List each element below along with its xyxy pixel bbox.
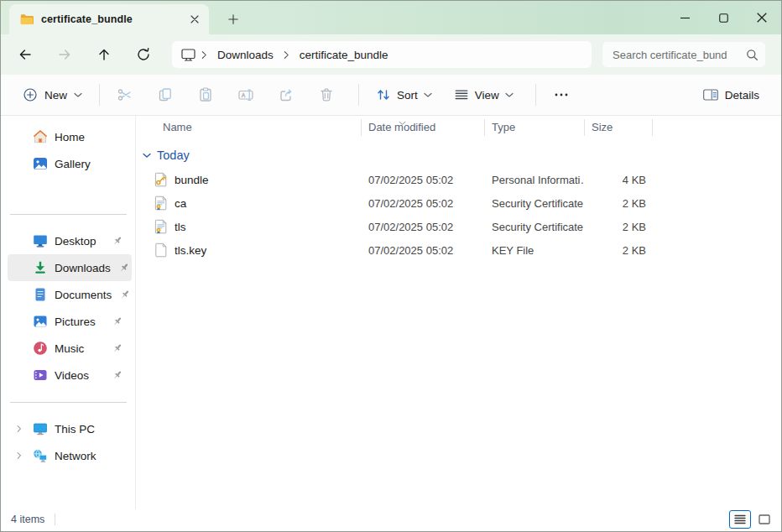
column-header-date-modified[interactable]: Date modified bbox=[362, 116, 485, 138]
group-header-label: Today bbox=[157, 149, 190, 162]
minimize-icon bbox=[680, 13, 690, 23]
sidebar-item-home[interactable]: Home bbox=[8, 123, 132, 150]
details-pane-button[interactable]: Details bbox=[694, 80, 768, 110]
file-row[interactable]: tls.key 07/02/2025 05:02 KEY File 2 KB bbox=[136, 238, 781, 262]
minimize-button[interactable] bbox=[665, 1, 704, 34]
sidebar-item-label: Downloads bbox=[55, 262, 111, 274]
new-button-label: New bbox=[44, 89, 67, 102]
search-icon[interactable] bbox=[746, 49, 759, 65]
sidebar-item-desktop[interactable]: Desktop bbox=[8, 227, 132, 254]
maximize-button[interactable] bbox=[704, 1, 743, 34]
column-header-label: Type bbox=[492, 121, 515, 133]
file-size: 2 KB bbox=[585, 244, 653, 257]
details-pane-icon bbox=[702, 87, 719, 102]
file-row[interactable]: tls 07/02/2025 05:02 Security Certificat… bbox=[136, 215, 781, 238]
arrow-right-icon bbox=[57, 47, 72, 62]
toolbar-divider bbox=[535, 84, 536, 106]
details-view-toggle[interactable] bbox=[729, 510, 751, 529]
breadcrumb-chevron-icon[interactable] bbox=[279, 50, 295, 60]
close-icon bbox=[190, 15, 199, 23]
paste-button[interactable] bbox=[189, 80, 222, 110]
copy-icon bbox=[157, 86, 174, 103]
search-input[interactable] bbox=[602, 42, 765, 67]
sidebar-item-downloads[interactable]: Downloads bbox=[8, 254, 132, 281]
sidebar-item-label: Music bbox=[55, 342, 84, 355]
cut-button[interactable] bbox=[108, 80, 142, 110]
pfx-certificate-icon bbox=[154, 172, 169, 187]
forward-button[interactable] bbox=[50, 40, 79, 69]
sidebar-item-this-pc[interactable]: This PC bbox=[4, 415, 132, 442]
folder-icon bbox=[20, 13, 34, 25]
sidebar-item-gallery[interactable]: Gallery bbox=[8, 150, 132, 177]
sidebar-item-documents[interactable]: Documents bbox=[8, 281, 132, 308]
sidebar-item-videos[interactable]: Videos bbox=[8, 362, 132, 389]
window-controls bbox=[665, 1, 781, 34]
file-row[interactable]: ca 07/02/2025 05:02 Security Certificate… bbox=[136, 191, 781, 215]
file-row[interactable]: bundle 07/02/2025 05:02 Personal Informa… bbox=[136, 168, 781, 191]
chevron-right-icon[interactable] bbox=[13, 425, 26, 433]
sidebar-item-label: Desktop bbox=[55, 235, 96, 248]
arrow-left-icon bbox=[18, 47, 33, 62]
refresh-button[interactable] bbox=[129, 40, 158, 69]
sidebar-item-network[interactable]: Network bbox=[4, 442, 132, 469]
sidebar-divider bbox=[10, 402, 127, 403]
pin-icon bbox=[111, 342, 123, 355]
column-header-label: Size bbox=[592, 121, 613, 133]
column-header-name[interactable]: Name bbox=[136, 116, 362, 138]
home-icon bbox=[33, 129, 48, 144]
items-count: 4 items bbox=[11, 514, 44, 525]
status-bar: 4 items bbox=[1, 509, 781, 531]
up-button[interactable] bbox=[90, 40, 118, 69]
group-header-today[interactable]: Today bbox=[136, 143, 781, 168]
network-icon bbox=[33, 448, 48, 463]
delete-button[interactable] bbox=[310, 80, 343, 110]
column-header-type[interactable]: Type bbox=[485, 116, 585, 138]
chevron-down-icon bbox=[424, 92, 432, 98]
file-type: Personal Informati… bbox=[485, 174, 585, 186]
navigation-bar: Downloads certificate_bundle bbox=[1, 34, 781, 75]
thumbnail-view-icon bbox=[759, 514, 770, 524]
sidebar-item-label: Pictures bbox=[55, 316, 96, 328]
file-size: 2 KB bbox=[585, 197, 653, 210]
share-button[interactable] bbox=[269, 80, 303, 110]
sidebar-item-music[interactable]: Music bbox=[8, 335, 132, 362]
maximize-icon bbox=[719, 13, 728, 23]
sidebar-divider bbox=[10, 214, 127, 215]
breadcrumb[interactable]: Downloads certificate_bundle bbox=[172, 41, 592, 68]
sort-button[interactable]: Sort bbox=[368, 80, 441, 110]
column-header-size[interactable]: Size bbox=[585, 116, 653, 138]
chevron-right-icon[interactable] bbox=[13, 451, 26, 460]
rename-button[interactable] bbox=[229, 80, 263, 110]
see-more-button[interactable] bbox=[545, 80, 578, 110]
music-icon bbox=[33, 341, 48, 356]
file-type: Security Certificate bbox=[485, 197, 585, 210]
explorer-tab[interactable]: certificate_bundle bbox=[9, 4, 209, 34]
sort-button-label: Sort bbox=[397, 89, 418, 102]
column-header-empty bbox=[653, 116, 781, 138]
new-tab-button[interactable] bbox=[222, 8, 244, 30]
column-header-label: Name bbox=[163, 121, 192, 133]
breadcrumb-item-current-folder[interactable]: certificate_bundle bbox=[295, 47, 394, 63]
thumbnail-view-toggle[interactable] bbox=[753, 510, 775, 529]
documents-icon bbox=[33, 287, 48, 302]
file-size: 4 KB bbox=[585, 174, 653, 186]
close-window-button[interactable] bbox=[743, 1, 781, 34]
pin-icon bbox=[111, 316, 123, 328]
chevron-down-icon bbox=[143, 153, 151, 159]
copy-button[interactable] bbox=[149, 80, 182, 110]
this-pc-icon bbox=[33, 421, 48, 436]
tab-close-button[interactable] bbox=[185, 10, 204, 29]
details-pane-label: Details bbox=[725, 89, 759, 102]
view-button[interactable]: View bbox=[446, 80, 522, 110]
breadcrumb-item-downloads[interactable]: Downloads bbox=[212, 47, 279, 63]
security-certificate-icon bbox=[154, 219, 169, 234]
toolbar-divider bbox=[358, 84, 359, 106]
cut-icon bbox=[117, 86, 133, 103]
sidebar-item-pictures[interactable]: Pictures bbox=[8, 308, 132, 335]
breadcrumb-chevron-icon[interactable] bbox=[196, 50, 212, 60]
new-button[interactable]: New bbox=[14, 80, 91, 110]
refresh-icon bbox=[136, 47, 151, 62]
chevron-down-icon bbox=[74, 92, 82, 98]
sidebar-item-label: Documents bbox=[55, 289, 112, 301]
back-button[interactable] bbox=[11, 40, 39, 69]
